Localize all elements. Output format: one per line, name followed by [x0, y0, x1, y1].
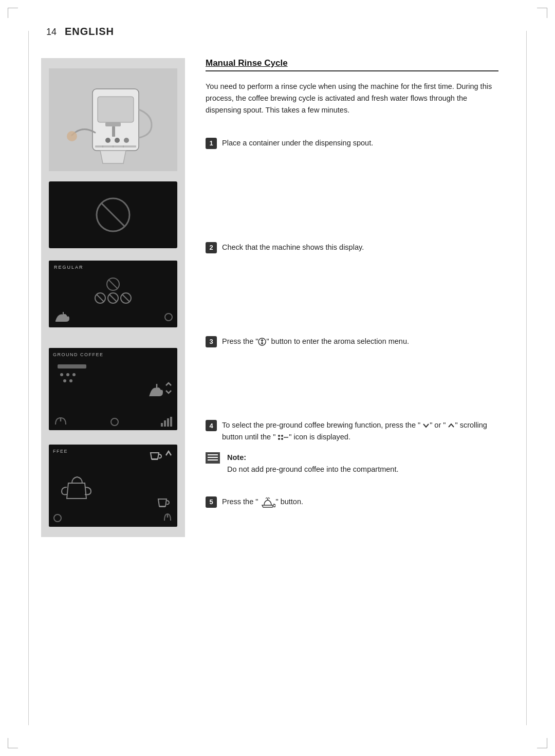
aroma-icons	[82, 276, 144, 312]
svg-point-7	[67, 131, 77, 141]
step-number-5: 5	[206, 496, 217, 508]
circle-icon-panel3	[164, 312, 173, 322]
note-content: Note: Do not add pre-ground coffee into …	[227, 452, 398, 475]
panel-display	[49, 181, 177, 248]
svg-rect-1	[98, 97, 134, 122]
right-content: Manual Rinse Cycle You need to perform a…	[185, 58, 514, 537]
svg-point-4	[105, 138, 110, 143]
svg-point-6	[124, 138, 129, 143]
svg-point-5	[115, 138, 120, 143]
panel-machine	[49, 68, 177, 171]
svg-line-21	[122, 294, 130, 302]
svg-rect-3	[112, 126, 115, 137]
svg-rect-24	[58, 364, 86, 368]
step-number-3: 3	[206, 336, 217, 347]
step-text-1: Place a container under the dispensing s…	[222, 137, 373, 149]
svg-line-48	[266, 497, 267, 499]
power-icon-panel5	[162, 512, 173, 524]
machine-illustration	[62, 73, 164, 166]
step-2: 2 Check that the machine shows this disp…	[206, 242, 498, 253]
svg-point-28	[63, 379, 66, 382]
svg-point-25	[60, 373, 63, 376]
svg-line-17	[97, 294, 104, 302]
step-3: 3 Press the "" button to enter the aroma…	[206, 336, 498, 347]
step-text-2: Check that the machine shows this displa…	[222, 242, 364, 253]
svg-point-45	[281, 438, 283, 440]
hand-pointer-panel4	[141, 374, 167, 399]
svg-line-15	[108, 280, 118, 289]
svg-rect-35	[167, 418, 169, 427]
ground-coffee-icon	[57, 363, 87, 384]
note-box: Note: Do not add pre-ground coffee into …	[206, 452, 498, 475]
page-language: ENGLISH	[65, 26, 114, 38]
svg-point-39	[54, 514, 61, 522]
svg-point-43	[281, 435, 283, 437]
main-layout: REGULAR	[41, 58, 514, 537]
step-text-4: To select the pre-ground coffee brewing …	[222, 419, 498, 443]
svg-rect-8	[95, 145, 136, 147]
page-number: 14	[46, 27, 57, 38]
jug-icon-panel5	[59, 473, 95, 504]
svg-rect-33	[161, 423, 163, 427]
svg-rect-2	[105, 122, 121, 126]
corner-mark-bl	[8, 738, 18, 748]
step-number-1: 1	[206, 138, 217, 149]
left-sidebar: REGULAR	[41, 58, 185, 537]
circle-icon-panel4	[110, 417, 119, 427]
cup-icon-panel5-bottom	[155, 495, 170, 509]
section-title: Manual Rinse Cycle	[206, 58, 498, 71]
svg-line-19	[109, 294, 117, 302]
svg-point-26	[66, 373, 69, 376]
svg-point-29	[69, 379, 72, 382]
power-icon-panel4	[53, 417, 68, 427]
panel-regular: REGULAR	[49, 261, 177, 327]
circle-icon-panel5-left	[53, 513, 62, 523]
svg-rect-38	[159, 506, 165, 507]
panel3-label: REGULAR	[54, 265, 84, 270]
strength-icon-panel4	[160, 417, 173, 427]
svg-line-13	[102, 204, 124, 226]
svg-rect-36	[170, 417, 172, 427]
step-5: 5 Press the " " button.	[206, 496, 498, 508]
prohibition-icon	[92, 194, 134, 235]
step-text-3: Press the "" button to enter the aroma s…	[222, 336, 409, 347]
step-1: 1 Place a container under the dispensing…	[206, 137, 498, 149]
step-text-5: Press the " " button.	[222, 496, 303, 508]
svg-point-27	[72, 373, 76, 376]
up-arrow-panel5	[164, 449, 173, 458]
svg-rect-37	[152, 459, 158, 460]
svg-point-42	[278, 435, 280, 437]
note-icon	[206, 452, 220, 464]
svg-point-23	[165, 314, 172, 321]
corner-mark-br	[537, 738, 547, 748]
intro-text: You need to perform a rinse cycle when u…	[206, 81, 498, 117]
svg-rect-34	[164, 420, 166, 427]
cup-icon-panel5-top	[147, 448, 162, 462]
page-header: 14 ENGLISH	[46, 26, 514, 38]
panel4-label: GROUND COFFEE	[53, 352, 104, 357]
page-content: 14 ENGLISH	[0, 0, 555, 568]
note-label: Note:	[227, 453, 246, 462]
svg-line-49	[268, 497, 270, 499]
svg-point-32	[111, 418, 118, 426]
hand-icon-panel3	[53, 310, 71, 323]
step-4: 4 To select the pre-ground coffee brewin…	[206, 419, 498, 443]
panel5-label: FFEE	[53, 449, 68, 454]
step-number-2: 2	[206, 242, 217, 253]
panel-final: FFEE	[49, 445, 177, 527]
note-text: Do not add pre-ground coffee into the co…	[227, 465, 398, 473]
panel-ground: GROUND COFFEE	[49, 348, 177, 430]
step-number-4: 4	[206, 420, 217, 431]
svg-point-44	[278, 438, 280, 440]
